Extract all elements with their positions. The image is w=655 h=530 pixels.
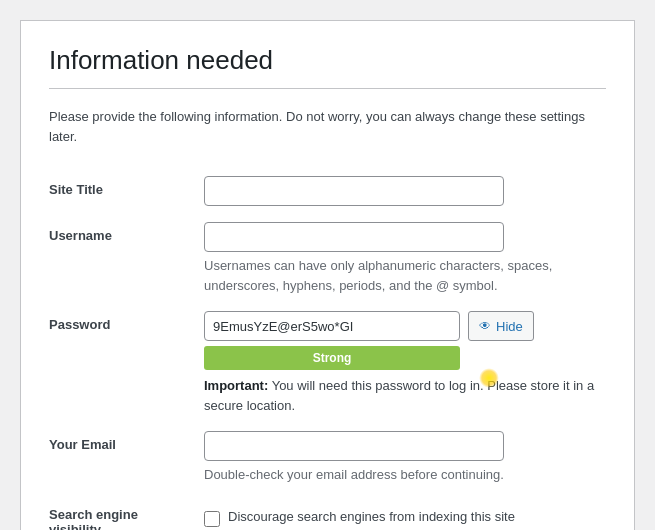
username-input[interactable] [204,222,504,252]
form-table: Site Title Username Usernames can have o… [49,168,606,530]
password-input-row: 👁 Hide [204,311,606,341]
search-visibility-checkbox[interactable] [204,511,220,527]
divider [49,88,606,89]
important-bold: Important: [204,378,268,393]
password-input[interactable] [204,311,460,341]
email-hint: Double-check your email address before c… [204,465,606,485]
email-row: Your Email Double-check your email addre… [49,423,606,493]
eye-icon: 👁 [479,319,491,333]
search-visibility-checkbox-row: Discourage search engines from indexing … [204,509,606,527]
page-title: Information needed [49,45,606,76]
password-label: Password [49,317,110,332]
email-input[interactable] [204,431,504,461]
search-visibility-checkbox-label[interactable]: Discourage search engines from indexing … [228,509,515,524]
email-label: Your Email [49,437,116,452]
site-title-label: Site Title [49,182,103,197]
password-row: Password 👁 Hide Strong [49,303,606,423]
site-title-row: Site Title [49,168,606,214]
description: Please provide the following information… [49,107,606,146]
main-card: Information needed Please provide the fo… [20,20,635,530]
hide-label: Hide [496,319,523,334]
hide-password-button[interactable]: 👁 Hide [468,311,534,341]
strength-label: Strong [313,351,352,365]
search-visibility-label-line2: visibility [49,522,101,531]
site-title-input[interactable] [204,176,504,206]
username-label: Username [49,228,112,243]
search-visibility-label-line1: Search engine [49,507,138,522]
password-strength-bar: Strong [204,346,460,370]
username-row: Username Usernames can have only alphanu… [49,214,606,303]
important-note: Important: You will need this password t… [204,376,606,415]
username-hint: Usernames can have only alphanumeric cha… [204,256,606,295]
form-container: Site Title Username Usernames can have o… [49,168,606,530]
search-visibility-row: Search engine visibility Discourage sear… [49,493,606,531]
